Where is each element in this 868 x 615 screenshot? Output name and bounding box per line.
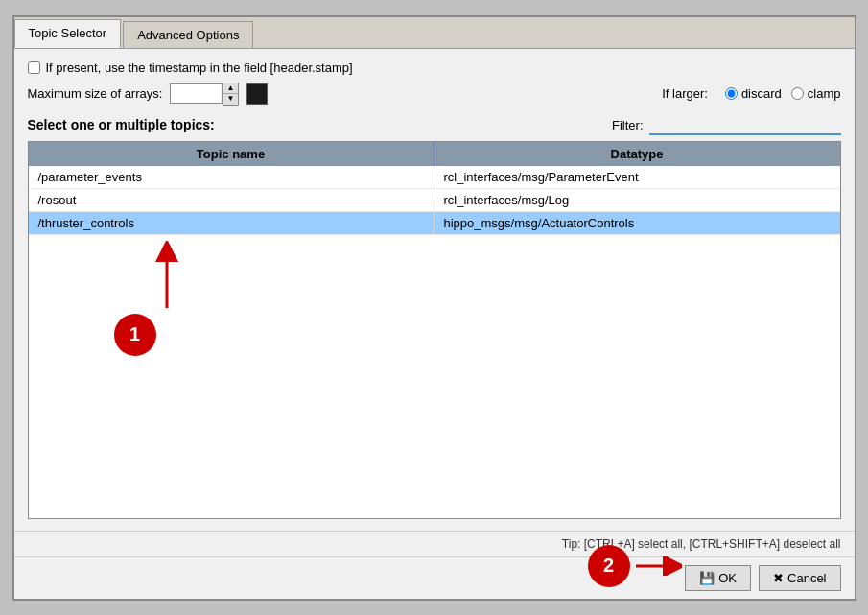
timestamp-checkbox-text: If present, use the timestamp in the fie… [46,60,353,75]
datatype-cell: rcl_interfaces/msg/Log [434,189,840,211]
spinner-up-button[interactable]: ▲ [223,83,238,94]
col-header-datatype: Datatype [434,142,840,166]
clamp-radio-label[interactable]: clamp [791,86,841,101]
spinner-buttons: ▲ ▼ [223,83,239,106]
ok-icon: 💾 [699,571,715,585]
tab-topic-selector-label: Topic Selector [29,26,107,40]
tip-bar: Tip: [CTRL+A] select all, [CTRL+SHIFT+A]… [14,531,855,556]
array-size-label: Maximum size of arrays: [28,86,163,101]
tip-text: Tip: [CTRL+A] select all, [CTRL+SHIFT+A]… [562,537,841,551]
discard-label: discard [741,86,782,101]
discard-radio[interactable] [725,87,738,100]
timestamp-checkbox[interactable] [28,61,40,74]
tab-advanced-options-label: Advanced Options [137,28,239,42]
filter-label: Filter: [612,118,644,132]
filter-input[interactable] [649,115,841,135]
if-larger-radio-group: discard clamp [725,86,841,101]
array-size-row: Maximum size of arrays: 100 ▲ ▼ If large… [28,83,841,106]
datatype-cell: hippo_msgs/msg/ActuatorControls [434,212,840,234]
table-row-selected[interactable]: /thruster_controls hippo_msgs/msg/Actuat… [29,212,840,235]
cancel-label: Cancel [787,571,826,585]
table-area: Topic name Datatype /parameter_events rc… [28,141,841,519]
cancel-button[interactable]: ✖ Cancel [759,565,840,591]
ok-label: OK [718,571,737,585]
array-size-right: If larger: discard clamp [662,86,840,101]
table-row[interactable]: /rosout rcl_interfaces/msg/Log [29,189,840,212]
spinner-wrap: 100 ▲ ▼ [170,83,239,106]
array-size-input[interactable]: 100 [170,83,223,104]
tab-advanced-options[interactable]: Advanced Options [123,21,253,48]
cancel-icon: ✖ [773,571,784,585]
topic-cell: /thruster_controls [29,212,434,234]
table-header: Topic name Datatype [29,142,840,166]
clamp-radio[interactable] [791,87,804,100]
timestamp-label[interactable]: If present, use the timestamp in the fie… [28,60,841,75]
color-picker-box[interactable] [246,83,268,105]
select-topics-label: Select one or multiple topics: [28,117,215,132]
filter-row: Select one or multiple topics: Filter: [28,115,841,135]
array-size-left: Maximum size of arrays: 100 ▲ ▼ [28,83,269,106]
discard-radio-label[interactable]: discard [725,86,782,101]
tab-content: If present, use the timestamp in the fie… [14,49,855,531]
topic-table: Topic name Datatype /parameter_events rc… [28,141,841,519]
topic-cell: /parameter_events [29,166,434,188]
timestamp-checkbox-row: If present, use the timestamp in the fie… [28,60,841,75]
col-header-topic: Topic name [29,142,434,166]
tab-bar: Topic Selector Advanced Options [14,17,855,49]
table-row[interactable]: /parameter_events rcl_interfaces/msg/Par… [29,166,840,189]
clamp-label: clamp [808,86,841,101]
table-body: /parameter_events rcl_interfaces/msg/Par… [29,166,840,518]
datatype-cell: rcl_interfaces/msg/ParameterEvent [434,166,840,188]
dialog: Topic Selector Advanced Options If prese… [12,15,856,601]
topic-cell: /rosout [29,189,434,211]
if-larger-label: If larger: [662,86,708,101]
annotation-arrow-2 [634,556,682,576]
filter-right: Filter: [612,115,841,135]
ok-button[interactable]: 💾 OK [685,565,751,591]
spinner-down-button[interactable]: ▼ [223,94,238,105]
tab-topic-selector[interactable]: Topic Selector [14,19,122,48]
button-bar: 2 💾 OK ✖ Cancel [14,556,855,599]
